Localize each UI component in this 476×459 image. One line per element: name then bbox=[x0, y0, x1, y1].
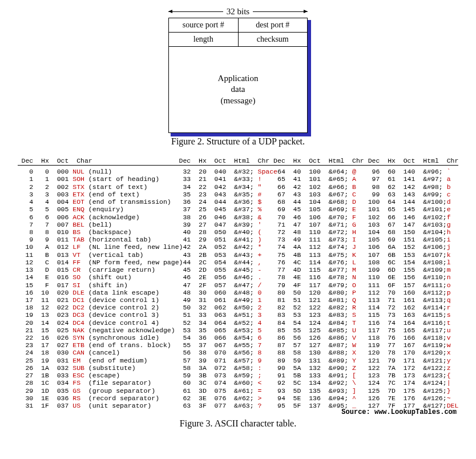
cell-chr: l bbox=[447, 259, 459, 266]
cell-html: &#75; bbox=[325, 251, 352, 259]
cell-hx: 66 bbox=[384, 214, 400, 221]
cell-html: &#108; bbox=[419, 259, 446, 266]
ascii-row: 12078170 &#120;x bbox=[364, 349, 459, 356]
ascii-header-row: DecHxOct HtmlChr bbox=[175, 157, 270, 166]
cell-html: &#70; bbox=[325, 214, 352, 221]
cell-chr: B bbox=[352, 183, 364, 191]
cell-hx: 68 bbox=[384, 228, 400, 236]
cell-hx: 36 bbox=[195, 334, 211, 341]
cell-oct: 173 bbox=[400, 372, 419, 379]
cell-dec: 24 bbox=[18, 349, 37, 356]
cell-desc: (device control 3) bbox=[88, 311, 175, 319]
ascii-row: 10A012LF (NL line feed, new line) bbox=[18, 243, 175, 251]
cell-hx: 4F bbox=[289, 281, 305, 289]
ascii-row: 2317027ETB (end of trans. block) bbox=[18, 341, 175, 349]
cell-chr: F bbox=[352, 214, 364, 221]
cell-hx: 5B bbox=[289, 372, 305, 379]
cell-mnemonic: DC2 bbox=[72, 304, 88, 311]
cell-mnemonic: SOH bbox=[72, 175, 88, 183]
cell-dec: 32 bbox=[175, 168, 195, 175]
cell-oct: 115 bbox=[305, 266, 324, 273]
cell-dec: 107 bbox=[364, 251, 384, 259]
hdr-hx: Hx bbox=[195, 157, 211, 164]
cell-dec: 39 bbox=[175, 221, 195, 228]
ascii-row: 472F057 &#47;/ bbox=[175, 281, 270, 289]
arrow-right-icon bbox=[253, 11, 308, 12]
cell-oct: 053 bbox=[211, 251, 230, 259]
cell-html: &#84; bbox=[325, 319, 352, 327]
cell-oct: 127 bbox=[305, 341, 324, 349]
cell-desc: (synchronous idle) bbox=[88, 334, 175, 341]
cell-oct: 070 bbox=[211, 349, 230, 356]
cell-oct: 066 bbox=[211, 334, 230, 341]
cell-hx: 42 bbox=[289, 183, 305, 191]
ascii-row: 2115025NAK (negative acknowledge) bbox=[18, 327, 175, 334]
ascii-row: 6844104 &#68;D bbox=[269, 198, 364, 206]
cell-hx: 54 bbox=[289, 319, 305, 327]
cell-html: &#77; bbox=[325, 266, 352, 273]
cell-chr: / bbox=[258, 281, 270, 289]
cell-desc: (substitute) bbox=[88, 364, 175, 372]
cell-oct: 165 bbox=[400, 327, 419, 334]
cell-chr: 2 bbox=[258, 304, 270, 311]
hdr-chr: Chr bbox=[352, 157, 364, 164]
cell-oct: 144 bbox=[400, 198, 419, 206]
cell-dec: 103 bbox=[364, 221, 384, 228]
ascii-row: 8858130 &#88;X bbox=[269, 349, 364, 356]
cell-dec: 89 bbox=[269, 357, 289, 364]
cell-hx: 31 bbox=[195, 296, 211, 304]
cell-html: &#67; bbox=[325, 191, 352, 198]
cell-dec: 26 bbox=[18, 364, 37, 372]
cell-mnemonic: ETX bbox=[72, 191, 88, 198]
ascii-row: 22002STX (start of text) bbox=[18, 183, 175, 191]
cell-chr: V bbox=[352, 334, 364, 341]
ascii-row: 281C034FS (file separator) bbox=[18, 379, 175, 386]
cell-html: &#90; bbox=[325, 364, 352, 372]
cell-oct: 035 bbox=[53, 387, 72, 394]
cell-dec: 5 bbox=[18, 206, 37, 213]
cell-hx: 1C bbox=[37, 379, 53, 386]
cell-hx: 32 bbox=[195, 304, 211, 311]
cell-hx: 39 bbox=[195, 357, 211, 364]
ascii-row: 8252122 &#82;R bbox=[269, 304, 364, 311]
ascii-row: 1711021DC1 (device control 1) bbox=[18, 296, 175, 304]
ascii-row: 11371161 &#113;q bbox=[364, 296, 459, 304]
ascii-row: 3523043 &#35;# bbox=[175, 191, 270, 198]
cell-html: &#37; bbox=[230, 206, 257, 213]
cell-html: &#36; bbox=[230, 198, 257, 206]
cell-dec: 74 bbox=[269, 243, 289, 251]
cell-html: &#114; bbox=[419, 304, 446, 311]
cell-hx: 64 bbox=[384, 198, 400, 206]
cell-chr: 4 bbox=[258, 319, 270, 327]
ascii-row: 5638070 &#56;8 bbox=[175, 349, 270, 356]
cell-chr: w bbox=[447, 341, 459, 349]
cell-hx: 5D bbox=[289, 387, 305, 394]
cell-hx: 2A bbox=[195, 243, 211, 251]
cell-chr: 8 bbox=[258, 349, 270, 356]
cell-chr: & bbox=[258, 214, 270, 221]
cell-dec: 120 bbox=[364, 349, 384, 356]
cell-hx: 15 bbox=[37, 327, 53, 334]
cell-hx: 40 bbox=[289, 168, 305, 175]
cell-desc: (file separator) bbox=[88, 379, 175, 386]
cell-desc: (unit separator) bbox=[88, 402, 175, 409]
ascii-row: 1610020DLE (data link escape) bbox=[18, 289, 175, 296]
cell-oct: 141 bbox=[400, 175, 419, 183]
cell-dec: 85 bbox=[269, 327, 289, 334]
cell-oct: 001 bbox=[53, 175, 72, 183]
cell-dec: 92 bbox=[269, 379, 289, 386]
ascii-row: 13D015CR (carriage return) bbox=[18, 266, 175, 273]
cell-chr: ( bbox=[258, 228, 270, 236]
cell-dec: 1 bbox=[18, 175, 37, 183]
cell-dec: 14 bbox=[18, 273, 37, 281]
cell-desc: (start of text) bbox=[88, 183, 175, 191]
cell-chr: Z bbox=[352, 364, 364, 372]
cell-dec: 124 bbox=[364, 379, 384, 386]
cell-oct: 024 bbox=[53, 319, 72, 327]
cell-hx: 75 bbox=[384, 327, 400, 334]
cell-html: &#93; bbox=[325, 387, 352, 394]
cell-dec: 18 bbox=[18, 304, 37, 311]
cell-chr: D bbox=[352, 198, 364, 206]
cell-dec: 77 bbox=[269, 266, 289, 273]
cell-hx: 9 bbox=[37, 236, 53, 243]
